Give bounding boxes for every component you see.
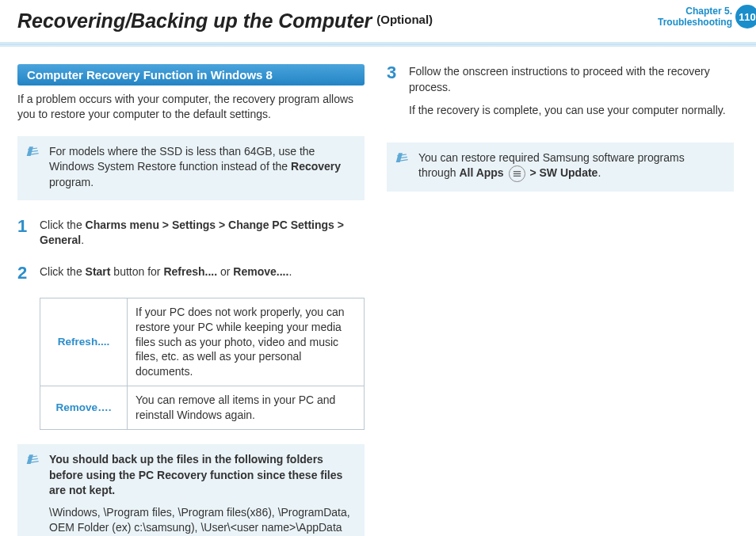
note-box-ssd: For models where the SSD is less than 64…	[17, 136, 365, 200]
note-ssd-body: For models where the SSD is less than 64…	[49, 144, 353, 191]
menu-lines-icon	[509, 165, 525, 182]
step-1: 1 Click the Charms menu > Settings > Cha…	[17, 218, 365, 249]
chapter-line-1: Chapter 5.	[658, 6, 732, 17]
table-refresh-desc: If your PC does not work properly, you c…	[128, 298, 365, 386]
step-1-number: 1	[17, 218, 40, 249]
intro-paragraph: If a problem occurs with your computer, …	[17, 92, 365, 122]
page-header: Recovering/Backing up the Computer (Opti…	[0, 0, 756, 39]
step2-refresh: Refresh....	[163, 265, 217, 278]
note-swupdate-body: You can restore required Samsung softwar…	[418, 150, 723, 183]
note-ssd-bold: Recovery	[291, 160, 341, 173]
page-number-badge: 110	[735, 5, 756, 29]
note-box-backup: You should back up the files in the foll…	[17, 444, 365, 536]
note3-sep: >	[527, 167, 540, 180]
step1-a: Click the	[40, 219, 86, 231]
step1-settings: Settings	[172, 219, 216, 231]
step1-sep1: >	[159, 219, 172, 231]
table-remove-label: Remove….	[40, 386, 128, 430]
step3-p1: Follow the onscreen instructions to proc…	[409, 64, 734, 95]
note-backup-body: You should back up the files in the foll…	[49, 452, 353, 536]
step2-or: or	[217, 265, 233, 278]
step1-sep2: >	[216, 219, 228, 231]
step1-charms: Charms menu	[86, 219, 159, 231]
note-ssd-suffix: program.	[49, 176, 94, 188]
note-box-swupdate: You can restore required Samsung softwar…	[387, 143, 734, 192]
step-2-number: 2	[17, 264, 40, 282]
step3-p2: If the recovery is complete, you can use…	[409, 103, 734, 119]
step2-end: .	[288, 265, 292, 278]
table-remove-desc: You can remove all items in your PC and …	[128, 386, 365, 430]
content-area: Computer Recovery Function in Windows 8 …	[0, 47, 756, 536]
step1-change: Change PC Settings	[228, 219, 334, 231]
note3-end: .	[598, 167, 601, 180]
note-backup-folders: \Windows, \Program files, \Program files…	[49, 505, 353, 536]
table-refresh-label: Refresh....	[40, 298, 128, 386]
note-icon	[395, 150, 410, 165]
step-1-body: Click the Charms menu > Settings > Chang…	[40, 218, 365, 249]
note3-allapps: All Apps	[459, 167, 503, 180]
step-3-body: Follow the onscreen instructions to proc…	[409, 64, 734, 127]
left-column: Computer Recovery Function in Windows 8 …	[17, 64, 365, 536]
step2-a: Click the	[40, 265, 86, 278]
page-title-optional: (Optional)	[376, 10, 433, 26]
step2-start: Start	[86, 265, 111, 278]
step-2-body: Click the Start button for Refresh.... o…	[40, 264, 365, 282]
chapter-line-2: Troubleshooting	[658, 17, 732, 28]
step1-end: .	[81, 234, 84, 246]
note-ssd-prefix: For models where the SSD is less than 64…	[49, 145, 315, 173]
chapter-label: Chapter 5. Troubleshooting	[658, 6, 732, 29]
page-title: Recovering/Backing up the Computer	[17, 10, 372, 32]
step1-general: General	[40, 234, 81, 246]
section-heading: Computer Recovery Function in Windows 8	[17, 64, 365, 86]
chapter-block: Chapter 5. Troubleshooting 110	[658, 5, 756, 29]
step-2: 2 Click the Start button for Refresh....…	[17, 264, 365, 282]
note-backup-bold: You should back up the files in the foll…	[49, 452, 353, 499]
step-3: 3 Follow the onscreen instructions to pr…	[387, 64, 734, 127]
step2-remove: Remove....	[233, 265, 288, 278]
step2-mid: button for	[110, 265, 163, 278]
right-column: 3 Follow the onscreen instructions to pr…	[387, 64, 734, 536]
note-icon	[25, 144, 41, 158]
note3-swupdate: SW Update	[540, 167, 598, 180]
note-icon	[25, 452, 41, 466]
options-table: Refresh.... If your PC does not work pro…	[40, 298, 365, 430]
table-row: Refresh.... If your PC does not work pro…	[40, 298, 365, 386]
step1-sep3: >	[334, 219, 344, 231]
table-row: Remove…. You can remove all items in you…	[40, 386, 365, 430]
step-3-number: 3	[387, 64, 409, 127]
